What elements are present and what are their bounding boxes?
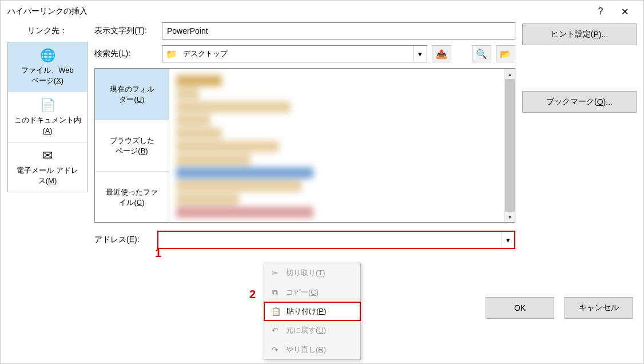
scroll-up-icon[interactable]: ▴ [505,69,515,79]
linkto-file-web[interactable]: 🌐 ファイル、Web ページ(X) [8,42,87,92]
ok-button[interactable]: OK [486,297,554,319]
address-dropdown-icon[interactable]: ▾ [502,232,514,248]
linkto-email-label: 電子メール アドレ ス(M) [17,166,78,185]
ctx-undo: ↶ 元に戻す(U) [264,321,360,340]
tab-browsed-pages[interactable]: ブラウズした ページ(B) [95,120,169,172]
up-folder-button[interactable]: 📤 [432,45,451,62]
titlebar: ハイパーリンクの挿入 ? ✕ [1,1,643,22]
ctx-copy: ⧉ コピー(C) [264,283,360,302]
link-to-label: リンク先： [7,22,88,42]
ctx-cut: ✂ 切り取り(T) [264,263,360,283]
scroll-thumb[interactable] [505,79,515,212]
search-location-dropdown[interactable]: 📁 デスクトップ ▾ [162,45,427,62]
search-location-row: 検索先(L): 📁 デスクトップ ▾ 📤 🔍 📂 [94,45,515,62]
browse-box: 現在のフォル ダー(U) ブラウズした ページ(B) 最近使ったファ [94,68,515,223]
scroll-down-icon[interactable]: ▾ [505,212,515,222]
undo-icon: ↶ [270,326,280,335]
display-text-label: 表示文字列(T): [94,26,157,36]
tab-current-folder[interactable]: 現在のフォル ダー(U) [95,69,169,120]
context-menu: ✂ 切り取り(T) ⧉ コピー(C) 📋 貼り付け(P) ↶ 元に戻す(U) ↷… [264,263,361,360]
globe-file-icon: 🌐 [11,48,84,63]
address-input[interactable] [158,232,502,248]
blurred-file-content [169,69,515,222]
linkto-file-web-label: ファイル、Web ページ(X) [21,66,74,85]
display-text-row: 表示文字列(T): [94,22,515,39]
address-field-wrap: ▾ [157,231,515,249]
annotation-2: 2 [249,288,256,301]
link-to-column: リンク先： 🌐 ファイル、Web ページ(X) 📄 このドキュメント内 (A) [7,22,88,249]
content-area: リンク先： 🌐 ファイル、Web ページ(X) 📄 このドキュメント内 (A) [1,22,643,256]
address-label: アドレス(E): [94,235,157,245]
annotation-1: 1 [155,247,161,260]
file-list[interactable]: ▴ ▾ [169,69,515,222]
search-location-selected: デスクトップ [181,49,413,59]
search-location-label: 検索先(L): [94,49,157,59]
file-list-scrollbar[interactable]: ▴ ▾ [504,69,515,222]
browse-file-button[interactable]: 📂 [496,45,515,62]
linkto-this-document[interactable]: 📄 このドキュメント内 (A) [8,92,87,142]
middle-column: 表示文字列(T): 検索先(L): 📁 デスクトップ ▾ 📤 🔍 📂 [94,22,515,249]
address-input-highlighted: ▾ [157,231,515,249]
browse-web-button[interactable]: 🔍 [472,45,491,62]
display-text-input[interactable] [162,22,515,39]
link-to-list: 🌐 ファイル、Web ページ(X) 📄 このドキュメント内 (A) ✉ [7,42,88,192]
folder-icon: 📁 [162,49,181,60]
help-button[interactable]: ? [589,3,613,19]
copy-icon: ⧉ [270,288,280,298]
document-icon: 📄 [11,98,84,113]
footer-buttons: OK キャンセル [486,297,633,319]
bookmark-button[interactable]: ブックマーク(O)... [522,91,637,113]
linkto-this-document-label: このドキュメント内 (A) [14,116,81,134]
linkto-email[interactable]: ✉ 電子メール アドレ ス(M) [8,143,87,192]
email-icon: ✉ [11,148,84,163]
ctx-redo: ↷ やり直し(R) [264,340,360,359]
close-button[interactable]: ✕ [613,3,637,19]
cut-icon: ✂ [270,268,280,278]
tab-recent-files[interactable]: 最近使ったファ イル(C) [95,172,169,223]
cancel-button[interactable]: キャンセル [565,297,633,319]
dialog-title: ハイパーリンクの挿入 [7,6,589,17]
ctx-paste[interactable]: 📋 貼り付け(P) [264,302,361,321]
hint-settings-button[interactable]: ヒント設定(P)... [522,23,637,45]
redo-icon: ↷ [270,345,280,354]
right-column: ヒント設定(P)... ブックマーク(O)... [522,22,637,249]
chevron-down-icon[interactable]: ▾ [413,46,427,62]
browse-tabs: 現在のフォル ダー(U) ブラウズした ページ(B) 最近使ったファ [95,69,169,222]
insert-hyperlink-dialog: ハイパーリンクの挿入 ? ✕ リンク先： 🌐 ファイル、Web ページ(X) 📄… [0,0,644,364]
paste-icon: 📋 [271,307,281,316]
